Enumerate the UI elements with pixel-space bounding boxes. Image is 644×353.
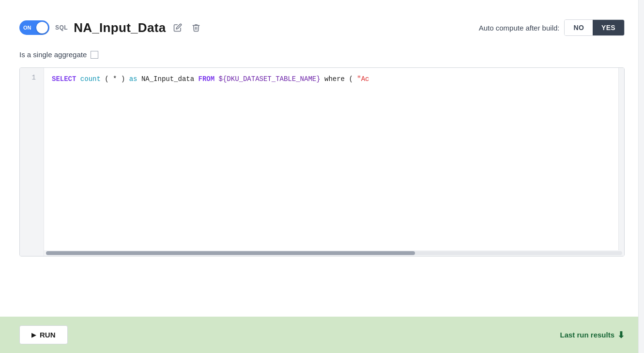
auto-compute-toggle-group[interactable]: NO YES: [564, 19, 625, 36]
last-run-label: Last run results: [560, 331, 614, 339]
run-bar: ▶ RUN Last run results ⬇: [0, 317, 644, 353]
right-scrollbar[interactable]: [618, 68, 624, 256]
no-button[interactable]: NO: [565, 20, 593, 35]
editor-inner: 1 SELECT count ( * ) as NA_Input_data FR…: [20, 68, 624, 256]
header-row: ON SQL NA_Input_Data: [19, 19, 625, 36]
dataset-title: NA_Input_Data: [74, 20, 166, 35]
editor-scrollbar-track: [46, 251, 622, 255]
down-arrow-icon: ⬇: [617, 330, 625, 340]
page-scrollbar[interactable]: [638, 0, 644, 353]
auto-compute-section: Auto compute after build: NO YES: [479, 19, 625, 36]
header-left: ON SQL NA_Input_Data: [19, 20, 202, 35]
edit-icon: [173, 23, 182, 32]
auto-compute-label: Auto compute after build:: [479, 24, 560, 32]
code-variable: ${DKU_DATASET_TABLE_NAME}: [219, 75, 321, 83]
edit-button[interactable]: [171, 21, 184, 34]
line-number-1: 1: [28, 74, 36, 81]
code-field: NA_Input_data: [141, 75, 194, 83]
editor-scrollbar-container[interactable]: [44, 250, 624, 256]
yes-button[interactable]: YES: [593, 20, 624, 35]
delete-button[interactable]: [190, 21, 202, 34]
sql-badge: SQL: [55, 24, 68, 31]
run-button[interactable]: ▶ RUN: [19, 325, 68, 344]
on-off-toggle[interactable]: ON: [19, 20, 49, 35]
code-string: "Ac: [357, 75, 369, 83]
code-select: SELECT: [52, 75, 76, 83]
toggle-on-label: ON: [23, 25, 31, 31]
line-numbers: 1: [20, 68, 44, 256]
aggregate-checkbox[interactable]: [91, 51, 98, 59]
editor-container: 1 SELECT count ( * ) as NA_Input_data FR…: [19, 67, 625, 257]
aggregate-label: Is a single aggregate: [19, 50, 87, 59]
aggregate-row: Is a single aggregate: [19, 50, 625, 59]
delete-icon: [192, 23, 200, 32]
toggle-container[interactable]: ON: [19, 20, 49, 35]
play-icon: ▶: [31, 332, 36, 338]
code-star: *: [113, 75, 117, 83]
code-as: as: [129, 75, 138, 83]
run-label: RUN: [40, 331, 56, 339]
code-count: count: [80, 75, 101, 83]
code-paren-open: (: [105, 75, 108, 83]
code-area[interactable]: SELECT count ( * ) as NA_Input_data FROM…: [44, 68, 624, 256]
code-paren2-open: (: [349, 75, 353, 83]
code-paren-close: ): [121, 75, 125, 83]
editor-scrollbar-thumb: [46, 251, 415, 255]
code-where: where: [324, 75, 345, 83]
toggle-knob: [36, 22, 48, 33]
code-from: FROM: [199, 75, 215, 83]
last-run-results-link[interactable]: Last run results ⬇: [560, 330, 625, 340]
